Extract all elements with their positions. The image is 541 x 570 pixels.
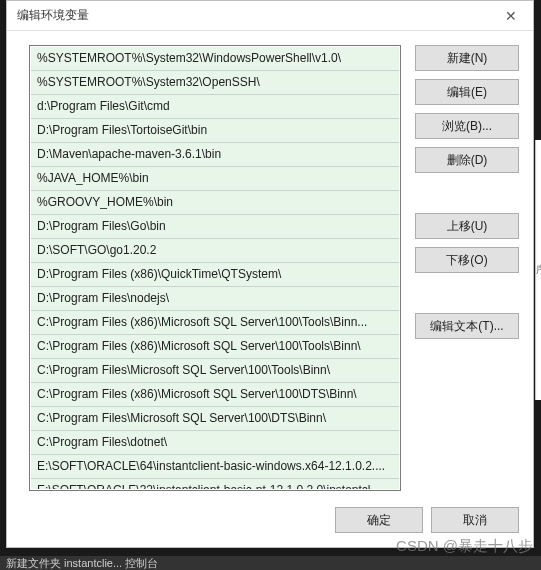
path-entry[interactable]: C:\Program Files (x86)\Microsoft SQL Ser… <box>31 383 399 407</box>
path-entry[interactable]: %SYSTEMROOT%\System32\OpenSSH\ <box>31 71 399 95</box>
path-entry[interactable]: D:\Program Files\TortoiseGit\bin <box>31 119 399 143</box>
new-button[interactable]: 新建(N) <box>415 45 519 71</box>
path-entry[interactable]: D:\Maven\apache-maven-3.6.1\bin <box>31 143 399 167</box>
path-entry[interactable]: D:\SOFT\GO\go1.20.2 <box>31 239 399 263</box>
path-entry[interactable]: C:\Program Files\Microsoft SQL Server\10… <box>31 407 399 431</box>
path-entry[interactable]: E:\SOFT\ORACLE\64\instantclient-basic-wi… <box>31 455 399 479</box>
edit-env-var-dialog: 编辑环境变量 ✕ %SYSTEMROOT%\System32\WindowsPo… <box>6 0 534 548</box>
path-entry[interactable]: D:\Program Files (x86)\QuickTime\QTSyste… <box>31 263 399 287</box>
taskbar-fragment: 新建文件夹 instantclie... 控制台 <box>0 556 541 570</box>
side-buttons: 新建(N) 编辑(E) 浏览(B)... 删除(D) 上移(U) 下移(O) 编… <box>415 45 519 491</box>
path-entry[interactable]: %JAVA_HOME%\bin <box>31 167 399 191</box>
path-entry[interactable]: %GROOVY_HOME%\bin <box>31 191 399 215</box>
path-entry[interactable]: %SYSTEMROOT%\System32\WindowsPowerShell\… <box>31 47 399 71</box>
titlebar: 编辑环境变量 ✕ <box>7 1 533 31</box>
path-entry[interactable]: C:\Program Files\dotnet\ <box>31 431 399 455</box>
move-up-button[interactable]: 上移(U) <box>415 213 519 239</box>
edit-button[interactable]: 编辑(E) <box>415 79 519 105</box>
path-entry[interactable]: D:\Program Files\nodejs\ <box>31 287 399 311</box>
cancel-button[interactable]: 取消 <box>431 507 519 533</box>
close-icon: ✕ <box>505 8 517 24</box>
path-entry[interactable]: E:\SOFT\ORACLE\32\instantclient-basic-nt… <box>31 479 399 489</box>
edit-text-button[interactable]: 编辑文本(T)... <box>415 313 519 339</box>
dialog-title: 编辑环境变量 <box>17 7 89 24</box>
move-down-button[interactable]: 下移(O) <box>415 247 519 273</box>
path-entry[interactable]: C:\Program Files (x86)\Microsoft SQL Ser… <box>31 311 399 335</box>
ok-button[interactable]: 确定 <box>335 507 423 533</box>
dialog-footer: 确定 取消 <box>7 497 533 547</box>
browse-button[interactable]: 浏览(B)... <box>415 113 519 139</box>
delete-button[interactable]: 删除(D) <box>415 147 519 173</box>
close-button[interactable]: ✕ <box>489 1 533 31</box>
path-entry[interactable]: d:\Program Files\Git\cmd <box>31 95 399 119</box>
path-entry[interactable]: C:\Program Files\Microsoft SQL Server\10… <box>31 359 399 383</box>
path-list[interactable]: %SYSTEMROOT%\System32\WindowsPowerShell\… <box>29 45 401 491</box>
path-entry[interactable]: D:\Program Files\Go\bin <box>31 215 399 239</box>
right-edge-fragment: 序 <box>535 140 541 400</box>
path-entry[interactable]: C:\Program Files (x86)\Microsoft SQL Ser… <box>31 335 399 359</box>
